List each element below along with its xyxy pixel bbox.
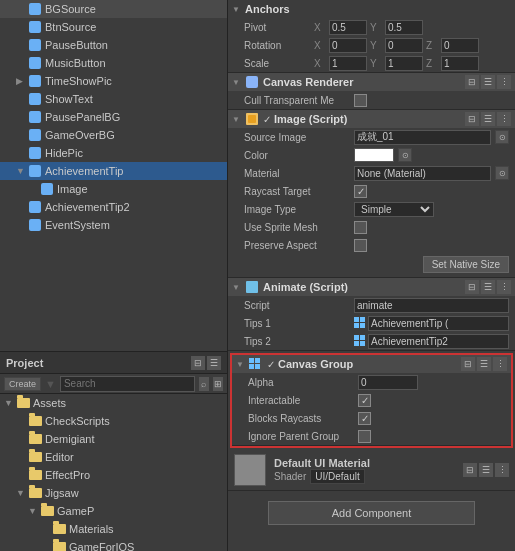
lock-icon-btn[interactable]: ⊟: [191, 356, 205, 370]
ignore-parent-row: Ignore Parent Group: [232, 427, 511, 445]
folder-icon: [16, 396, 30, 410]
preserve-aspect-value: [354, 239, 509, 252]
canvas-renderer-header[interactable]: ▼ Canvas Renderer ⊟ ☰ ⋮: [228, 73, 515, 91]
tree-item-timeShowPic[interactable]: ▶ TimeShowPic: [0, 72, 227, 90]
folder-gameForIOS[interactable]: GameForIOS: [0, 538, 227, 551]
gameobj-icon: [28, 128, 42, 142]
tree-item-bgSource[interactable]: BGSource: [0, 0, 227, 18]
material-value-container: None (Material) ⊙: [354, 166, 509, 181]
tree-item-btnSource[interactable]: BtnSource: [0, 18, 227, 36]
filter-icon[interactable]: ⊞: [213, 377, 223, 391]
interactable-checkbox[interactable]: [358, 394, 371, 407]
folder-demigiant[interactable]: Demigiant: [0, 430, 227, 448]
preserve-aspect-checkbox[interactable]: [354, 239, 367, 252]
image-script-menu-icon[interactable]: ☰: [481, 112, 495, 126]
raycast-checkbox[interactable]: [354, 185, 367, 198]
tree-item-musicButton[interactable]: MusicButton: [0, 54, 227, 72]
rot-z-input[interactable]: [441, 38, 479, 53]
material-more-icon[interactable]: ⋮: [495, 463, 509, 477]
color-swatch[interactable]: [354, 148, 394, 162]
create-button[interactable]: Create: [4, 377, 41, 391]
folder-editor[interactable]: Editor: [0, 448, 227, 466]
tree-item-gameOverBG[interactable]: GameOverBG: [0, 126, 227, 144]
canvas-group-header[interactable]: ▼ ✓ Canvas Group ⊟ ☰ ⋮: [232, 355, 511, 373]
canvas-renderer-more-icon[interactable]: ⋮: [497, 75, 511, 89]
tree-item-image[interactable]: Image: [0, 180, 227, 198]
canvas-group-more-icon[interactable]: ⋮: [493, 357, 507, 371]
image-script-header[interactable]: ▼ ✓ Image (Script) ⊟ ☰ ⋮: [228, 110, 515, 128]
rot-y-input[interactable]: [385, 38, 423, 53]
add-component-button[interactable]: Add Component: [268, 501, 475, 525]
pivot-x-input[interactable]: [329, 20, 367, 35]
tree-item-achievementTip2[interactable]: AchievementTip2: [0, 198, 227, 216]
preserve-aspect-row: Preserve Aspect: [228, 236, 515, 254]
scale-y-label: Y: [370, 58, 382, 69]
scale-y-input[interactable]: [385, 56, 423, 71]
rot-y-label: Y: [370, 40, 382, 51]
image-script-settings-icon[interactable]: ⊟: [465, 112, 479, 126]
blocks-raycasts-checkbox[interactable]: [358, 412, 371, 425]
pivot-y-input[interactable]: [385, 20, 423, 35]
folder-label: Demigiant: [45, 433, 95, 445]
image-script-section: ▼ ✓ Image (Script) ⊟ ☰ ⋮ Source Image 成就…: [228, 110, 515, 278]
anchors-header[interactable]: ▼ Anchors: [228, 0, 515, 18]
folder-materials[interactable]: Materials: [0, 520, 227, 538]
canvas-renderer-menu-icon[interactable]: ☰: [481, 75, 495, 89]
sprite-mesh-checkbox[interactable]: [354, 221, 367, 234]
animate-icon: [245, 280, 259, 294]
gameobj-icon: [28, 56, 42, 70]
tips2-text: AchievementTip2: [368, 334, 509, 349]
color-picker[interactable]: ⊙: [398, 148, 412, 162]
cull-transparent-checkbox[interactable]: [354, 94, 367, 107]
cull-transparent-label: Cull Transparent Me: [244, 95, 354, 106]
tree-item-showText[interactable]: ShowText: [0, 90, 227, 108]
material-settings-icon[interactable]: ⊟: [463, 463, 477, 477]
raycast-label: Raycast Target: [244, 186, 354, 197]
material-picker[interactable]: ⊙: [495, 166, 509, 180]
tips1-label: Tips 1: [244, 318, 354, 329]
tree-label: BGSource: [45, 3, 96, 15]
canvas-group-menu-icon[interactable]: ☰: [477, 357, 491, 371]
folder-checkScripts[interactable]: CheckScripts: [0, 412, 227, 430]
menu-icon-btn[interactable]: ☰: [207, 356, 221, 370]
canvas-renderer-settings-icon[interactable]: ⊟: [465, 75, 479, 89]
canvas-renderer-icons: ⊟ ☰ ⋮: [465, 75, 511, 89]
tips1-row: Tips 1 AchievementTip (: [228, 314, 515, 332]
gameobj-icon: [28, 200, 42, 214]
search-input[interactable]: [60, 376, 195, 392]
search-icon[interactable]: ⌕: [199, 377, 209, 391]
rot-x-input[interactable]: [329, 38, 367, 53]
tree-arrow: ▶: [16, 76, 28, 86]
rot-x-label: X: [314, 40, 326, 51]
material-menu-icon[interactable]: ☰: [479, 463, 493, 477]
rotation-xyz: X Y Z: [314, 38, 479, 53]
scale-x-input[interactable]: [329, 56, 367, 71]
folder-jigsaw[interactable]: ▼ Jigsaw: [0, 484, 227, 502]
folder-effectPro[interactable]: EffectPro: [0, 466, 227, 484]
sprite-mesh-label: Use Sprite Mesh: [244, 222, 354, 233]
source-image-picker[interactable]: ⊙: [495, 130, 509, 144]
animate-more-icon[interactable]: ⋮: [497, 280, 511, 294]
folder-tree: ▼ Assets CheckScripts Demigiant Editor: [0, 394, 227, 551]
tree-item-pauseButton[interactable]: PauseButton: [0, 36, 227, 54]
tree-item-achievementTip[interactable]: ▼ AchievementTip: [0, 162, 227, 180]
set-native-size-button[interactable]: Set Native Size: [423, 256, 509, 273]
image-type-select[interactable]: Simple: [354, 202, 434, 217]
gameobj-icon: [28, 38, 42, 52]
alpha-input[interactable]: [358, 375, 418, 390]
image-script-more-icon[interactable]: ⋮: [497, 112, 511, 126]
scale-z-input[interactable]: [441, 56, 479, 71]
animate-arrow: ▼: [232, 283, 242, 292]
canvas-group-settings-icon[interactable]: ⊟: [461, 357, 475, 371]
animate-script-header[interactable]: ▼ Animate (Script) ⊟ ☰ ⋮: [228, 278, 515, 296]
tree-item-hidePic[interactable]: HidePic: [0, 144, 227, 162]
animate-menu-icon[interactable]: ☰: [481, 280, 495, 294]
folder-gameP[interactable]: ▼ GameP: [0, 502, 227, 520]
ignore-parent-checkbox[interactable]: [358, 430, 371, 443]
tree-item-eventSystem[interactable]: EventSystem: [0, 216, 227, 234]
tree-item-pausePanelBG[interactable]: PausePanelBG: [0, 108, 227, 126]
tree-label: AchievementTip2: [45, 201, 130, 213]
animate-settings-icon[interactable]: ⊟: [465, 280, 479, 294]
folder-assets[interactable]: ▼ Assets: [0, 394, 227, 412]
folder-icon: [40, 504, 54, 518]
